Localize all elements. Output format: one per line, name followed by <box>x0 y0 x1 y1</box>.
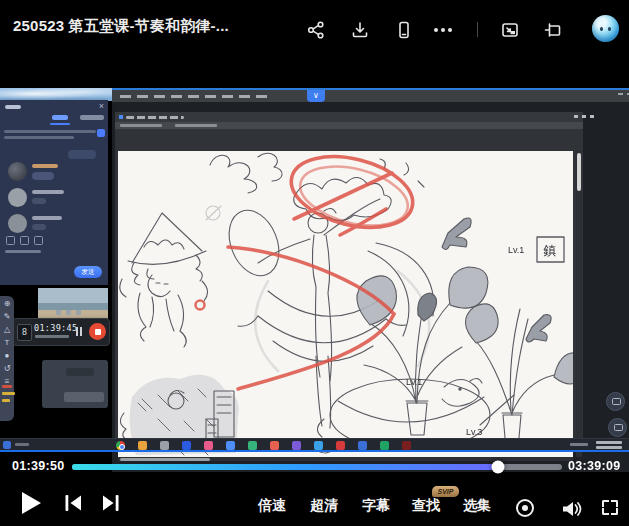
progress-thumb[interactable] <box>492 461 505 474</box>
document-icon <box>119 115 123 119</box>
taskbar-app-icon <box>402 441 411 450</box>
document-window-controls <box>574 115 578 118</box>
notice-text-blur <box>4 136 74 139</box>
recorder-logo: 8 <box>17 324 32 341</box>
search-button[interactable]: 查找 <box>406 497 446 515</box>
annotation-tool-icon: T <box>5 338 10 348</box>
member-badge-pill <box>32 198 46 204</box>
desktop-label-red <box>2 385 12 388</box>
subtitles-button[interactable]: 字幕 <box>356 497 396 515</box>
tab-active-underline <box>50 123 70 125</box>
chat-tool-icon <box>6 236 15 245</box>
paint-app-menubar <box>112 90 629 102</box>
share-icon[interactable] <box>306 20 326 40</box>
taskbar-app-icon <box>248 441 257 450</box>
quality-button[interactable]: 超清 <box>304 497 344 515</box>
volume-icon[interactable] <box>560 498 582 520</box>
more-icon[interactable] <box>434 28 438 32</box>
avatar[interactable] <box>592 15 619 42</box>
annotation-tool-icon: ⊕ <box>4 299 11 309</box>
cast-icon[interactable] <box>543 20 563 40</box>
taskbar-app-icon <box>358 441 367 450</box>
horizontal-scrollbar <box>118 457 573 461</box>
next-button[interactable] <box>100 492 122 514</box>
member-badge-pill <box>32 224 46 230</box>
document-toolbar <box>115 122 583 129</box>
window-controls <box>618 93 623 95</box>
annotation-tool-icon: ✎ <box>4 312 11 322</box>
speed-button[interactable]: 倍速 <box>252 497 292 515</box>
member-name-blur <box>32 216 62 220</box>
document-title-blur <box>126 116 184 120</box>
floating-button <box>608 418 627 437</box>
page-title: 250523 第五堂课-节奏和韵律-... <box>13 17 229 36</box>
menu-text-blur <box>120 95 270 99</box>
notice-icon <box>97 129 105 137</box>
level-label-top: Lv.1 <box>508 245 524 255</box>
annotation-tool-icon: ● <box>5 351 10 361</box>
chat-panel-title-blur <box>5 105 21 109</box>
tab-inactive-blur <box>80 115 104 120</box>
taskbar-app-icon <box>226 441 235 450</box>
previous-button[interactable] <box>62 492 84 514</box>
taskbar-icons <box>116 441 411 450</box>
floating-button <box>606 392 625 411</box>
download-icon[interactable] <box>350 20 370 40</box>
level-label-plant-right: Lv.3 <box>466 427 482 437</box>
circle-dot-icon[interactable] <box>516 499 534 517</box>
sketch-plants <box>357 267 573 449</box>
recorder-mini-icons <box>56 310 61 315</box>
class-chat-panel: × 发送 <box>0 100 108 285</box>
desktop-dialog <box>42 360 108 408</box>
desktop-label-yellow <box>2 392 15 395</box>
level-label-plant-left: Lv.1 <box>406 377 422 387</box>
butterfly-icon <box>442 218 471 250</box>
episodes-button[interactable]: 选集 <box>457 497 497 515</box>
canvas-artwork: Lv.1 Lv.1 Lv.3 鎮 <box>118 151 573 457</box>
screen-recorder-bar: 8 01:39:45 <box>12 318 110 346</box>
picture-in-picture-icon[interactable] <box>500 20 520 40</box>
tab-active-blur <box>52 115 68 120</box>
desktop-label-yellow <box>2 399 10 402</box>
send-button: 发送 <box>74 266 102 278</box>
taskbar-app-icon <box>380 441 389 450</box>
taskbar-app-icon <box>116 441 125 450</box>
paint-app-window: ∨ <box>112 88 629 472</box>
desktop-wallpaper-beach <box>38 288 108 322</box>
chat-tool-icon <box>20 236 29 245</box>
taskbar-app-icon <box>138 441 147 450</box>
chevron-down-icon: ∨ <box>307 90 325 102</box>
recorder-subtext-blur <box>35 335 69 338</box>
video-surface[interactable]: ∨ <box>0 60 629 452</box>
annotation-tool-icon: ↺ <box>4 364 11 374</box>
boxed-kanji-label: 鎮 <box>543 243 557 258</box>
current-time: 01:39:50 <box>12 459 64 473</box>
play-button[interactable] <box>22 492 41 514</box>
butterfly-icon <box>526 315 551 342</box>
member-name-blur <box>32 190 64 194</box>
progress-bar[interactable] <box>72 464 562 470</box>
close-icon: × <box>99 101 104 111</box>
vertical-scrollbar <box>576 151 582 457</box>
system-clock-blur <box>596 441 622 444</box>
taskbar-app-icon <box>204 441 213 450</box>
fullscreen-icon[interactable] <box>602 500 618 515</box>
play-on-phone-icon[interactable] <box>394 20 414 40</box>
annotation-toolbar: ⊕✎△T●↺≡ <box>0 296 14 421</box>
notice-text-blur <box>4 130 96 133</box>
sketch-witch-character <box>120 213 208 347</box>
taskbar-left-text-blur <box>15 443 29 446</box>
member-avatar <box>8 162 27 181</box>
system-tray-icons <box>570 443 588 446</box>
member-avatar <box>8 214 27 233</box>
header-divider <box>477 22 478 37</box>
taskbar-app-icon <box>292 441 301 450</box>
taskbar-app-icon <box>182 441 191 450</box>
duration: 03:39:09 <box>568 459 620 473</box>
red-annotation-strokes <box>196 151 421 389</box>
taskbar-app-icon <box>314 441 323 450</box>
stop-record-button <box>89 323 106 340</box>
document-window: Lv.1 Lv.1 Lv.3 鎮 <box>115 112 583 439</box>
taskbar-app-icon <box>160 441 169 450</box>
progress-fill <box>72 464 498 470</box>
